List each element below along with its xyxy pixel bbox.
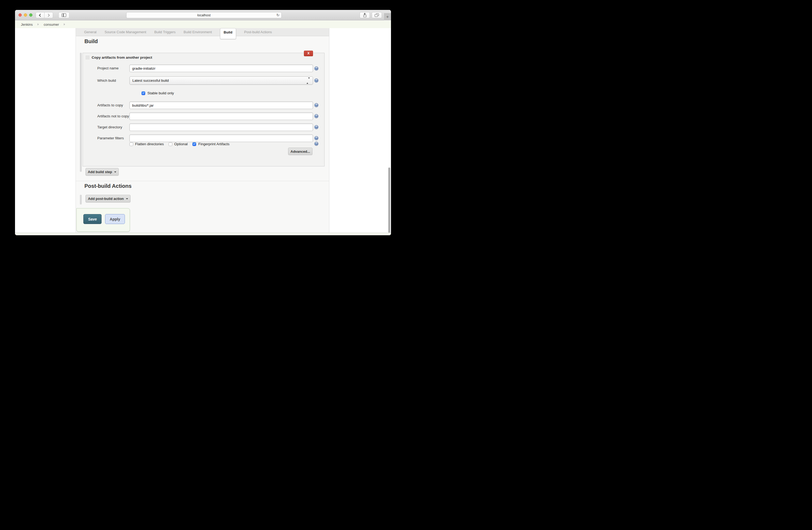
sidebar-icon	[62, 13, 66, 17]
tab-build-triggers[interactable]: Build Triggers	[154, 28, 175, 36]
target-directory-label: Target directory	[97, 125, 122, 129]
share-button[interactable]	[360, 12, 370, 18]
breadcrumb-chevron-icon	[64, 23, 65, 26]
sidebar-toggle-button[interactable]	[58, 12, 69, 18]
help-icon[interactable]: ?	[314, 142, 318, 146]
help-icon[interactable]: ?	[314, 103, 318, 107]
window-footer-strip	[15, 233, 391, 235]
address-bar[interactable]: localhost ↻	[126, 12, 282, 18]
browser-window: localhost ↻ + Jenkins consumer General	[15, 10, 391, 235]
target-directory-input[interactable]	[129, 123, 313, 131]
check-icon: ✓	[142, 92, 145, 95]
project-name-input[interactable]	[129, 64, 313, 72]
stable-build-only-checkbox[interactable]: ✓	[142, 91, 145, 95]
help-icon[interactable]: ?	[314, 114, 318, 118]
artifacts-to-copy-label: Artifacts to copy	[97, 103, 123, 107]
breadcrumb: Jenkins consumer	[15, 20, 391, 28]
zoom-window-button[interactable]	[29, 13, 32, 17]
tab-general[interactable]: General	[84, 28, 97, 36]
post-build-section-heading: Post-build Actions	[84, 183, 132, 189]
config-tab-bar: General Source Code Management Build Tri…	[76, 28, 329, 36]
minimize-window-button[interactable]	[24, 13, 27, 17]
parameter-filters-label: Parameter filters	[97, 136, 124, 140]
fingerprint-artifacts-checkbox[interactable]: ✓	[192, 142, 196, 146]
which-build-selected-value: Latest successful build	[132, 78, 169, 83]
show-tabs-button[interactable]	[372, 12, 382, 18]
url-text: localhost	[197, 13, 211, 17]
optional-label: Optional	[174, 142, 188, 146]
artifacts-not-to-copy-input[interactable]	[129, 113, 313, 120]
tabs-overview-icon	[375, 13, 379, 17]
back-button[interactable]	[35, 12, 44, 18]
tab-build[interactable]: Build	[220, 28, 236, 39]
tab-post-build-actions[interactable]: Post-build Actions	[244, 28, 272, 36]
plus-icon: +	[386, 14, 389, 19]
save-button[interactable]: Save	[83, 214, 102, 224]
delete-build-step-button[interactable]: X	[304, 50, 313, 56]
help-icon[interactable]: ?	[314, 78, 318, 83]
flatten-directories-label: Flatten directories	[135, 142, 164, 146]
tab-build-environment[interactable]: Build Environment	[184, 28, 212, 36]
help-icon[interactable]: ?	[314, 67, 318, 71]
build-step-drag-strip[interactable]	[80, 53, 82, 172]
breadcrumb-jenkins[interactable]: Jenkins	[21, 23, 33, 27]
breadcrumb-chevron-icon	[38, 23, 39, 26]
select-spinner-icon	[307, 77, 310, 84]
check-icon: ✓	[193, 143, 196, 146]
apply-button[interactable]: Apply	[105, 214, 125, 224]
add-build-step-button[interactable]: Add build step	[86, 168, 119, 176]
chevron-left-icon	[39, 14, 42, 17]
advanced-button[interactable]: Advanced...	[288, 148, 313, 155]
flatten-directories-checkbox[interactable]	[129, 142, 133, 146]
share-icon	[363, 13, 367, 17]
stable-build-only-label: Stable build only	[147, 91, 174, 95]
build-step-title: Copy artifacts from another project	[92, 56, 152, 59]
help-icon[interactable]: ?	[314, 136, 318, 140]
add-post-build-action-label: Add post-build action	[88, 197, 124, 201]
help-icon[interactable]: ?	[314, 125, 318, 129]
drag-handle-icon[interactable]	[86, 56, 89, 59]
chevron-right-icon	[47, 14, 49, 17]
breadcrumb-consumer[interactable]: consumer	[44, 23, 59, 27]
build-step-card: Copy artifacts from another project X Pr…	[83, 53, 324, 166]
fingerprint-artifacts-label: Fingerprint Artifacts	[198, 142, 229, 146]
section-divider	[76, 181, 329, 181]
add-post-build-action-button[interactable]: Add post-build action	[86, 195, 131, 203]
artifacts-to-copy-input[interactable]	[129, 102, 313, 109]
forward-button[interactable]	[44, 12, 53, 18]
browser-titlebar: localhost ↻ +	[15, 10, 391, 20]
which-build-select[interactable]: Latest successful build	[129, 76, 313, 85]
new-tab-button[interactable]: +	[384, 13, 391, 20]
artifacts-not-to-copy-label: Artifacts not to copy	[97, 114, 129, 118]
add-build-step-label: Add build step	[88, 170, 112, 174]
project-name-label: Project name	[97, 66, 119, 70]
refresh-icon[interactable]: ↻	[276, 13, 279, 17]
save-apply-panel: Save Apply	[76, 208, 130, 232]
tab-source-code-management[interactable]: Source Code Management	[104, 28, 146, 36]
config-content-column: General Source Code Management Build Tri…	[76, 28, 329, 235]
chevron-down-icon	[126, 198, 128, 200]
page-body: General Source Code Management Build Tri…	[15, 28, 391, 233]
optional-checkbox[interactable]	[169, 142, 172, 146]
chevron-down-icon	[114, 172, 116, 173]
parameter-filters-input[interactable]	[129, 134, 313, 142]
post-build-drag-strip	[80, 195, 82, 204]
close-window-button[interactable]	[18, 13, 22, 17]
vertical-scrollbar[interactable]	[388, 167, 390, 235]
which-build-label: Which build	[97, 78, 116, 83]
build-section-heading: Build	[84, 38, 98, 44]
